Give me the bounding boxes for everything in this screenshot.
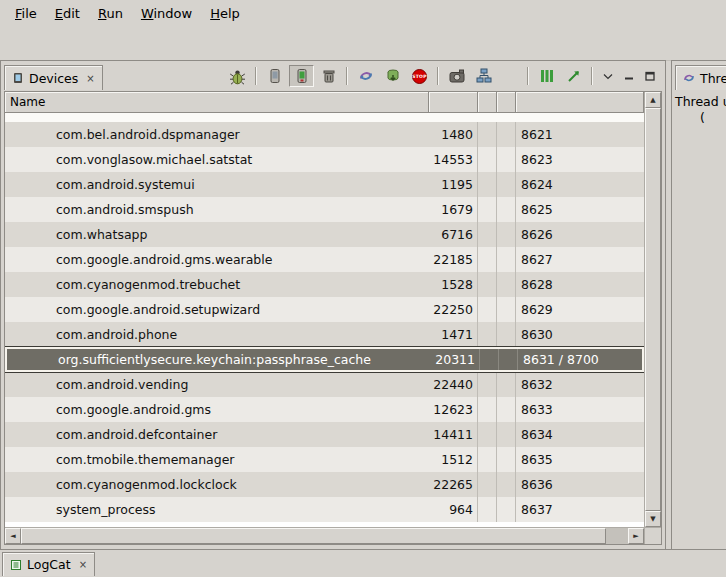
column-header-port[interactable]	[516, 92, 644, 113]
column-header-col3[interactable]	[478, 92, 497, 113]
logcat-tab-icon	[10, 559, 22, 571]
process-name: com.google.android.gms	[5, 397, 429, 422]
stop-label: STOP	[412, 69, 427, 84]
process-port: 8636	[516, 472, 644, 497]
process-port: 8629	[516, 297, 644, 322]
table-header: Name	[5, 92, 644, 113]
menu-edit[interactable]: Edit	[46, 3, 89, 24]
update-threads-icon[interactable]	[353, 65, 378, 87]
method-profiling-icon[interactable]	[534, 65, 559, 87]
process-pid: 964	[429, 497, 478, 522]
cell-empty-1	[478, 322, 497, 347]
table-row[interactable]: com.cyanogenmod.lockclock222658636	[5, 472, 644, 497]
table-row-selected[interactable]: org.sufficientlysecure.keychain:passphra…	[5, 347, 644, 372]
threads-message-line1: Thread up	[675, 94, 726, 110]
table-row[interactable]: com.android.phone14718630	[5, 322, 644, 347]
tab-logcat[interactable]: LogCat ×	[2, 552, 95, 576]
scroll-right-icon[interactable]: ►	[628, 528, 644, 544]
heap-updates-icon[interactable]	[289, 65, 314, 87]
column-header-col4[interactable]	[497, 92, 516, 113]
table-row[interactable]: com.bel.android.dspmanager14808621	[5, 122, 644, 147]
table-row[interactable]: com.android.smspush16798625	[5, 197, 644, 222]
scrollbar-corner	[644, 527, 661, 544]
table-row[interactable]: com.cyanogenmod.trebuchet15288628	[5, 272, 644, 297]
table-row[interactable]: com.android.defcontainer144118634	[5, 422, 644, 447]
process-port: 8632	[516, 372, 644, 397]
process-name: com.cyanogenmod.trebuchet	[5, 272, 429, 297]
cell-empty-2	[497, 272, 516, 297]
table-row[interactable]: com.google.android.setupwizard222508629	[5, 297, 644, 322]
heap-icon[interactable]	[262, 65, 287, 87]
column-header-name[interactable]: Name	[5, 92, 429, 113]
maximize-view-icon[interactable]	[640, 65, 659, 87]
menu-window[interactable]: Window	[132, 3, 201, 24]
debug-process-icon[interactable]	[225, 65, 250, 87]
column-header-pid[interactable]	[429, 92, 478, 113]
cell-empty-2	[497, 147, 516, 172]
device-tab-icon	[12, 72, 24, 84]
view-menu-chevron-icon[interactable]	[598, 65, 617, 87]
cell-empty-1	[478, 372, 497, 397]
cell-empty-1	[480, 349, 499, 370]
cell-empty-2	[499, 349, 518, 370]
gc-icon[interactable]	[316, 65, 341, 87]
cell-empty-2	[497, 222, 516, 247]
table-row[interactable]: com.android.systemui11958624	[5, 172, 644, 197]
process-pid: 22185	[429, 247, 478, 272]
menu-run[interactable]: Run	[89, 3, 132, 24]
process-pid: 14553	[429, 147, 478, 172]
vertical-scrollbar-thumb[interactable]	[645, 108, 661, 511]
dump-hprof-icon[interactable]	[380, 65, 405, 87]
table-body: com.bel.android.dspmanager14808621com.vo…	[5, 113, 644, 527]
tab-devices[interactable]: Devices ×	[4, 65, 103, 90]
process-port: 8635	[516, 447, 644, 472]
cell-empty-2	[497, 322, 516, 347]
devices-table: Name com.bel.android.dspmanager14808621c…	[4, 91, 662, 545]
threads-tab-icon	[683, 72, 695, 84]
process-pid: 1679	[429, 197, 478, 222]
cell-empty-2	[497, 247, 516, 272]
process-name: com.android.defcontainer	[5, 422, 429, 447]
table-row[interactable]: system_process9648637	[5, 497, 644, 522]
tab-threads[interactable]: Threads	[675, 65, 726, 90]
process-name: com.bel.android.dspmanager	[5, 122, 429, 147]
table-row[interactable]: com.google.android.gms.wearable221858627	[5, 247, 644, 272]
process-port: 8625	[516, 197, 644, 222]
hierarchy-view-icon[interactable]	[471, 65, 496, 87]
table-row[interactable]: com.vonglasow.michael.satstat145538623	[5, 147, 644, 172]
process-port: 8621	[516, 122, 644, 147]
cell-empty-2	[497, 297, 516, 322]
table-row[interactable]: com.android.vending224408632	[5, 372, 644, 397]
process-name: com.tmobile.thememanager	[5, 447, 429, 472]
cell-empty-1	[478, 222, 497, 247]
table-row[interactable]: com.google.android.gms126238633	[5, 397, 644, 422]
menu-file[interactable]: File	[6, 3, 46, 24]
cell-empty-1	[478, 397, 497, 422]
cell-empty-2	[497, 172, 516, 197]
scroll-down-icon[interactable]: ▼	[645, 511, 661, 527]
minimize-view-icon[interactable]	[619, 65, 638, 87]
process-name: com.vonglasow.michael.satstat	[5, 147, 429, 172]
table-row[interactable]: com.tmobile.thememanager15128635	[5, 447, 644, 472]
process-pid: 20311	[431, 349, 480, 370]
tab-logcat-close-icon[interactable]: ×	[79, 559, 87, 570]
horizontal-scrollbar[interactable]: ◄ ►	[5, 527, 644, 544]
table-row[interactable]: com.whatsapp67168626	[5, 222, 644, 247]
cell-empty-2	[497, 447, 516, 472]
cell-empty-2	[497, 122, 516, 147]
vertical-scrollbar[interactable]: ▲ ▼	[644, 92, 661, 527]
process-pid: 22250	[429, 297, 478, 322]
systrace-icon[interactable]	[561, 65, 586, 87]
devices-panel: Devices × STOP Name com.bel.android.dspm…	[0, 60, 666, 550]
cell-empty-2	[497, 497, 516, 522]
tab-devices-close-icon[interactable]: ×	[86, 73, 94, 84]
menu-help[interactable]: Help	[201, 3, 249, 24]
process-pid: 12623	[429, 397, 478, 422]
stop-process-icon[interactable]: STOP	[407, 65, 432, 87]
process-name: org.sufficientlysecure.keychain:passphra…	[7, 349, 431, 370]
scroll-left-icon[interactable]: ◄	[5, 528, 21, 544]
scroll-up-icon[interactable]: ▲	[645, 92, 661, 108]
screen-capture-icon[interactable]	[444, 65, 469, 87]
process-port: 8623	[516, 147, 644, 172]
horizontal-scrollbar-thumb[interactable]	[21, 528, 606, 544]
